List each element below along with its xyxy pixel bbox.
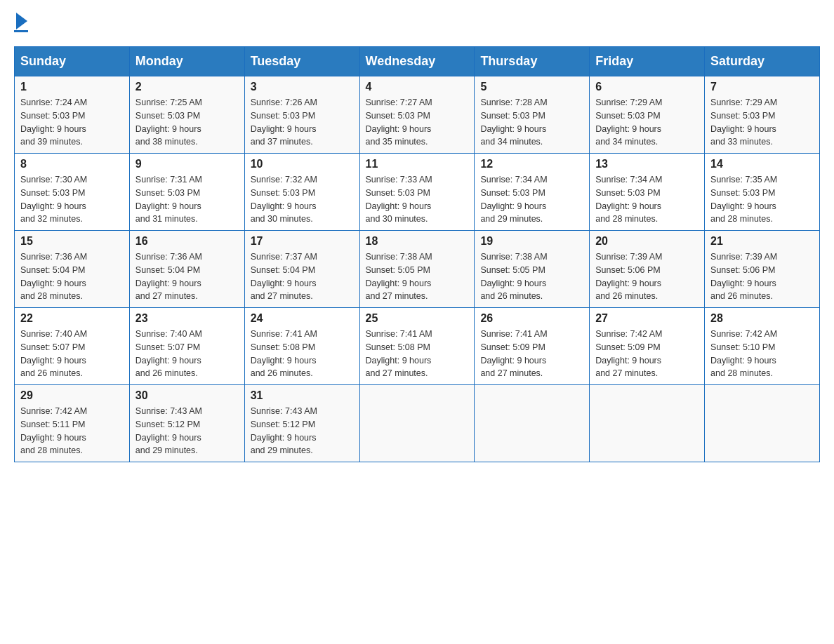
calendar-cell: 25 Sunrise: 7:41 AMSunset: 5:08 PMDaylig… — [359, 308, 475, 385]
day-number: 11 — [366, 158, 469, 170]
day-number: 19 — [480, 235, 583, 248]
calendar-cell: 24 Sunrise: 7:41 AMSunset: 5:08 PMDaylig… — [244, 308, 359, 385]
day-info: Sunrise: 7:26 AMSunset: 5:03 PMDaylight:… — [251, 96, 354, 149]
day-number: 4 — [366, 81, 469, 93]
day-info: Sunrise: 7:40 AMSunset: 5:07 PMDaylight:… — [135, 328, 239, 380]
day-info: Sunrise: 7:41 AMSunset: 5:08 PMDaylight:… — [366, 328, 469, 380]
day-info: Sunrise: 7:37 AMSunset: 5:04 PMDaylight:… — [251, 250, 354, 303]
day-number: 8 — [20, 158, 124, 170]
day-info: Sunrise: 7:29 AMSunset: 5:03 PMDaylight:… — [595, 96, 699, 149]
header-friday: Friday — [590, 47, 705, 76]
day-number: 30 — [135, 389, 239, 402]
calendar-cell: 7 Sunrise: 7:29 AMSunset: 5:03 PMDayligh… — [705, 76, 820, 154]
calendar-cell: 29 Sunrise: 7:42 AMSunset: 5:11 PMDaylig… — [15, 385, 130, 462]
calendar-cell: 5 Sunrise: 7:28 AMSunset: 5:03 PMDayligh… — [475, 76, 590, 154]
calendar-cell: 12 Sunrise: 7:34 AMSunset: 5:03 PMDaylig… — [475, 154, 590, 231]
calendar-cell: 3 Sunrise: 7:26 AMSunset: 5:03 PMDayligh… — [244, 76, 359, 154]
day-number: 7 — [710, 81, 814, 93]
day-info: Sunrise: 7:38 AMSunset: 5:05 PMDaylight:… — [480, 250, 583, 303]
calendar-cell: 8 Sunrise: 7:30 AMSunset: 5:03 PMDayligh… — [15, 154, 130, 231]
day-number: 14 — [710, 158, 814, 170]
day-info: Sunrise: 7:36 AMSunset: 5:04 PMDaylight:… — [135, 250, 239, 303]
header-monday: Monday — [129, 47, 244, 76]
calendar-cell: 21 Sunrise: 7:39 AMSunset: 5:06 PMDaylig… — [705, 231, 820, 308]
week-row-1: 1 Sunrise: 7:24 AMSunset: 5:03 PMDayligh… — [15, 76, 820, 154]
day-number: 25 — [366, 312, 469, 325]
day-number: 3 — [251, 81, 354, 93]
day-number: 22 — [20, 312, 124, 325]
day-number: 13 — [595, 158, 699, 170]
day-number: 28 — [710, 312, 814, 325]
calendar-cell: 27 Sunrise: 7:42 AMSunset: 5:09 PMDaylig… — [590, 308, 705, 385]
calendar-cell: 19 Sunrise: 7:38 AMSunset: 5:05 PMDaylig… — [475, 231, 590, 308]
week-row-3: 15 Sunrise: 7:36 AMSunset: 5:04 PMDaylig… — [15, 231, 820, 308]
calendar-cell — [705, 385, 820, 462]
day-info: Sunrise: 7:35 AMSunset: 5:03 PMDaylight:… — [710, 173, 814, 226]
calendar-cell: 22 Sunrise: 7:40 AMSunset: 5:07 PMDaylig… — [15, 308, 130, 385]
day-info: Sunrise: 7:39 AMSunset: 5:06 PMDaylight:… — [710, 250, 814, 303]
day-info: Sunrise: 7:42 AMSunset: 5:10 PMDaylight:… — [710, 328, 814, 380]
day-info: Sunrise: 7:28 AMSunset: 5:03 PMDaylight:… — [480, 96, 583, 149]
week-row-2: 8 Sunrise: 7:30 AMSunset: 5:03 PMDayligh… — [15, 154, 820, 231]
calendar-cell — [359, 385, 475, 462]
calendar-cell: 20 Sunrise: 7:39 AMSunset: 5:06 PMDaylig… — [590, 231, 705, 308]
header-wednesday: Wednesday — [359, 47, 475, 76]
day-info: Sunrise: 7:29 AMSunset: 5:03 PMDaylight:… — [710, 96, 814, 149]
day-number: 2 — [135, 81, 239, 93]
day-number: 1 — [20, 81, 124, 93]
day-number: 20 — [595, 235, 699, 248]
day-number: 5 — [480, 81, 583, 93]
logo-triangle-icon — [16, 13, 27, 29]
logo — [14, 15, 28, 32]
day-info: Sunrise: 7:43 AMSunset: 5:12 PMDaylight:… — [251, 405, 354, 457]
day-number: 17 — [251, 235, 354, 248]
day-info: Sunrise: 7:43 AMSunset: 5:12 PMDaylight:… — [135, 405, 239, 457]
header-tuesday: Tuesday — [244, 47, 359, 76]
day-number: 18 — [366, 235, 469, 248]
weekday-header-row: SundayMondayTuesdayWednesdayThursdayFrid… — [15, 47, 820, 76]
day-number: 26 — [480, 312, 583, 325]
calendar-cell: 10 Sunrise: 7:32 AMSunset: 5:03 PMDaylig… — [244, 154, 359, 231]
calendar-cell: 1 Sunrise: 7:24 AMSunset: 5:03 PMDayligh… — [15, 76, 130, 154]
day-info: Sunrise: 7:25 AMSunset: 5:03 PMDaylight:… — [135, 96, 239, 149]
calendar-cell: 16 Sunrise: 7:36 AMSunset: 5:04 PMDaylig… — [129, 231, 244, 308]
calendar-cell: 11 Sunrise: 7:33 AMSunset: 5:03 PMDaylig… — [359, 154, 475, 231]
header-saturday: Saturday — [705, 47, 820, 76]
calendar-cell: 28 Sunrise: 7:42 AMSunset: 5:10 PMDaylig… — [705, 308, 820, 385]
calendar-cell: 26 Sunrise: 7:41 AMSunset: 5:09 PMDaylig… — [475, 308, 590, 385]
calendar-cell: 4 Sunrise: 7:27 AMSunset: 5:03 PMDayligh… — [359, 76, 475, 154]
day-number: 15 — [20, 235, 124, 248]
calendar-cell: 14 Sunrise: 7:35 AMSunset: 5:03 PMDaylig… — [705, 154, 820, 231]
calendar-cell: 9 Sunrise: 7:31 AMSunset: 5:03 PMDayligh… — [129, 154, 244, 231]
day-info: Sunrise: 7:27 AMSunset: 5:03 PMDaylight:… — [366, 96, 469, 149]
day-info: Sunrise: 7:38 AMSunset: 5:05 PMDaylight:… — [366, 250, 469, 303]
calendar-cell: 2 Sunrise: 7:25 AMSunset: 5:03 PMDayligh… — [129, 76, 244, 154]
calendar-cell: 17 Sunrise: 7:37 AMSunset: 5:04 PMDaylig… — [244, 231, 359, 308]
day-number: 9 — [135, 158, 239, 170]
day-number: 21 — [710, 235, 814, 248]
day-info: Sunrise: 7:31 AMSunset: 5:03 PMDaylight:… — [135, 173, 239, 226]
logo-underline — [14, 30, 28, 32]
day-number: 27 — [595, 312, 699, 325]
week-row-5: 29 Sunrise: 7:42 AMSunset: 5:11 PMDaylig… — [15, 385, 820, 462]
day-info: Sunrise: 7:34 AMSunset: 5:03 PMDaylight:… — [480, 173, 583, 226]
calendar-cell — [475, 385, 590, 462]
page-header — [14, 14, 820, 32]
day-number: 10 — [251, 158, 354, 170]
day-number: 24 — [251, 312, 354, 325]
day-info: Sunrise: 7:33 AMSunset: 5:03 PMDaylight:… — [366, 173, 469, 226]
header-thursday: Thursday — [475, 47, 590, 76]
day-number: 23 — [135, 312, 239, 325]
calendar-cell: 18 Sunrise: 7:38 AMSunset: 5:05 PMDaylig… — [359, 231, 475, 308]
calendar-cell: 30 Sunrise: 7:43 AMSunset: 5:12 PMDaylig… — [129, 385, 244, 462]
header-sunday: Sunday — [15, 47, 130, 76]
week-row-4: 22 Sunrise: 7:40 AMSunset: 5:07 PMDaylig… — [15, 308, 820, 385]
day-number: 29 — [20, 389, 124, 402]
calendar-cell: 31 Sunrise: 7:43 AMSunset: 5:12 PMDaylig… — [244, 385, 359, 462]
day-info: Sunrise: 7:24 AMSunset: 5:03 PMDaylight:… — [20, 96, 124, 149]
calendar-cell — [590, 385, 705, 462]
day-info: Sunrise: 7:41 AMSunset: 5:08 PMDaylight:… — [251, 328, 354, 380]
day-number: 12 — [480, 158, 583, 170]
calendar-cell: 15 Sunrise: 7:36 AMSunset: 5:04 PMDaylig… — [15, 231, 130, 308]
day-info: Sunrise: 7:34 AMSunset: 5:03 PMDaylight:… — [595, 173, 699, 226]
